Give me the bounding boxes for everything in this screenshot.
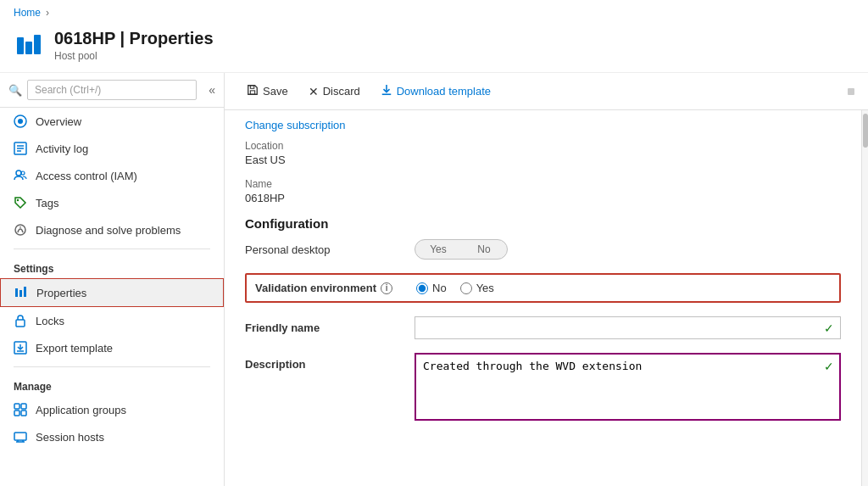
content-inner: Change subscription Location East US Nam… (225, 110, 861, 486)
personal-desktop-control: Yes No (415, 239, 841, 260)
svg-point-4 (18, 119, 23, 124)
svg-rect-14 (15, 288, 18, 297)
friendly-name-wrapper: ✓ (415, 316, 841, 339)
description-row: Description ✓ (245, 353, 841, 423)
svg-point-11 (17, 199, 19, 201)
description-input[interactable] (415, 353, 841, 421)
validation-environment-row: Validation environment i No Yes (245, 273, 841, 303)
collapse-icon[interactable]: « (209, 83, 215, 97)
sidebar-item-tags[interactable]: Tags (0, 189, 224, 216)
sidebar-item-activity-log[interactable]: Activity log (0, 135, 224, 162)
sidebar-item-session-hosts[interactable]: Session hosts (0, 423, 224, 450)
overview-icon (14, 115, 27, 128)
friendly-name-label: Friendly name (245, 321, 415, 334)
toolbar: Save ✕ Discard Download template (225, 73, 868, 110)
properties-icon (14, 286, 28, 299)
validation-label: Validation environment i (255, 282, 416, 294)
sidebar-item-label: Locks (36, 315, 64, 327)
name-label: Name (245, 178, 841, 190)
friendly-name-control: ✓ (415, 316, 841, 339)
svg-rect-0 (17, 37, 24, 54)
discard-icon: ✕ (309, 85, 319, 98)
sidebar-item-diagnose[interactable]: Diagnose and solve problems (0, 216, 224, 243)
sidebar-divider-1 (14, 249, 210, 249)
sidebar-item-application-groups[interactable]: Application groups (0, 396, 224, 423)
toggle-no[interactable]: No (461, 240, 507, 259)
save-icon (247, 84, 259, 98)
svg-rect-15 (19, 290, 22, 297)
location-label: Location (245, 140, 841, 152)
download-template-button[interactable]: Download template (372, 80, 499, 103)
radio-no-label[interactable]: No (432, 282, 447, 294)
description-wrapper: ✓ (415, 353, 841, 423)
download-icon (381, 84, 392, 98)
location-field: Location East US (245, 140, 841, 166)
svg-rect-25 (14, 433, 26, 440)
svg-rect-1 (25, 42, 32, 54)
personal-desktop-label: Personal desktop (245, 243, 415, 256)
sidebar-item-access-control[interactable]: Access control (IAM) (0, 162, 224, 189)
page-header-text: 0618HP | Properties Host pool (54, 29, 214, 62)
toggle-yes[interactable]: Yes (415, 240, 461, 259)
personal-desktop-toggle[interactable]: Yes No (415, 239, 508, 260)
hostpool-icon (14, 31, 44, 61)
svg-rect-16 (24, 287, 26, 297)
sidebar-item-label: Export template (36, 342, 113, 355)
svg-rect-2 (34, 35, 41, 54)
scrollbar-thumb[interactable] (863, 114, 868, 148)
export-icon (14, 341, 27, 355)
vertical-scrollbar[interactable] (861, 110, 868, 486)
discard-label: Discard (323, 85, 360, 98)
breadcrumb-sep: › (46, 7, 49, 19)
radio-yes-label[interactable]: Yes (476, 282, 494, 294)
sidebar-item-locks[interactable]: Locks (0, 307, 224, 334)
sidebar-item-overview[interactable]: Overview (0, 108, 224, 135)
name-field: Name 0618HP (245, 178, 841, 204)
location-value: East US (245, 154, 841, 166)
radio-no-input[interactable] (416, 282, 428, 294)
info-icon[interactable]: i (381, 282, 392, 294)
download-template-label: Download template (397, 85, 491, 98)
content-scroll: Change subscription Location East US Nam… (225, 110, 868, 486)
search-icon: 🔍 (8, 84, 22, 97)
radio-no-option[interactable]: No (416, 282, 447, 294)
name-value: 0618HP (245, 192, 841, 204)
diagnose-icon (14, 223, 27, 237)
validation-label-text: Validation environment (255, 282, 376, 294)
description-check-icon: ✓ (824, 360, 834, 373)
manage-section-label: Manage (0, 372, 224, 396)
sidebar-item-label: Tags (36, 197, 58, 209)
discard-button[interactable]: ✕ Discard (300, 81, 369, 103)
radio-yes-option[interactable]: Yes (460, 282, 494, 294)
description-label: Description (245, 353, 415, 371)
change-subscription-link[interactable]: Change subscription (245, 119, 841, 131)
sidebar-item-label: Properties (36, 287, 86, 299)
configuration-header: Configuration (245, 216, 841, 231)
svg-rect-21 (14, 404, 19, 409)
personal-desktop-row: Personal desktop Yes No (245, 239, 841, 260)
save-button[interactable]: Save (238, 80, 297, 103)
sidebar-item-label: Application groups (36, 404, 126, 416)
app-groups-icon (14, 403, 27, 416)
sidebar-item-properties[interactable]: Properties (0, 278, 224, 307)
svg-rect-23 (14, 411, 19, 416)
sidebar-item-label: Diagnose and solve problems (36, 224, 181, 237)
breadcrumb-home[interactable]: Home (14, 7, 41, 19)
page-subtitle: Host pool (54, 50, 214, 62)
search-input[interactable] (27, 80, 197, 100)
session-hosts-icon (14, 430, 27, 444)
friendly-name-input[interactable] (415, 316, 841, 339)
sidebar-search-container: 🔍 « (0, 73, 224, 108)
sidebar: 🔍 « Overview Activity log (0, 73, 225, 486)
settings-section-label: Settings (0, 254, 224, 278)
svg-point-12 (15, 225, 25, 235)
svg-point-9 (16, 170, 21, 176)
sidebar-divider-2 (14, 366, 210, 367)
description-control: ✓ (415, 353, 841, 423)
svg-rect-17 (16, 320, 25, 327)
sidebar-item-label: Activity log (36, 142, 88, 155)
page-title: 0618HP | Properties (54, 29, 214, 48)
radio-yes-input[interactable] (460, 282, 472, 294)
sidebar-item-export-template[interactable]: Export template (0, 334, 224, 361)
content-area: Save ✕ Discard Download template (225, 73, 868, 486)
